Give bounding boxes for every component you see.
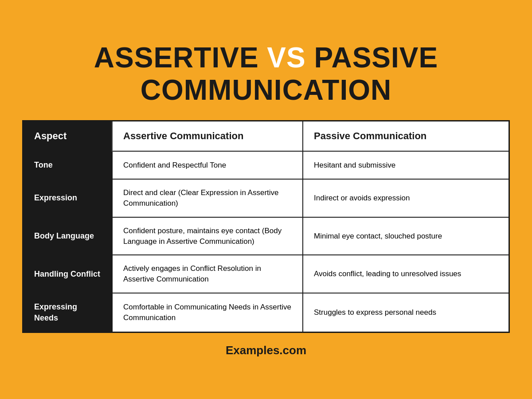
footer: Examples.com xyxy=(226,344,306,357)
table-row: Body LanguageConfident posture, maintain… xyxy=(23,217,509,255)
aspect-cell-3: Handling Conflict xyxy=(23,255,112,293)
passive-cell-0: Hesitant and submissive xyxy=(303,151,509,179)
main-title: ASSERTIVE VS PASSIVE COMMUNICATION xyxy=(94,42,438,107)
passive-cell-2: Minimal eye contact, slouched posture xyxy=(303,217,509,255)
title-vs: VS xyxy=(267,42,305,74)
comparison-table-wrapper: Aspect Assertive Communication Passive C… xyxy=(22,120,510,333)
title-part1: ASSERTIVE xyxy=(94,42,267,74)
table-row: ToneConfident and Respectful ToneHesitan… xyxy=(23,151,509,179)
header-passive: Passive Communication xyxy=(303,121,509,151)
assertive-cell-3: Actively engages in Conflict Resolution … xyxy=(112,255,303,293)
passive-cell-4: Struggles to express personal needs xyxy=(303,293,509,332)
table-row: Handling ConflictActively engages in Con… xyxy=(23,255,509,293)
aspect-cell-2: Body Language xyxy=(23,217,112,255)
header-aspect: Aspect xyxy=(23,121,112,151)
page-wrapper: ASSERTIVE VS PASSIVE COMMUNICATION Aspec… xyxy=(0,0,532,399)
aspect-cell-1: Expression xyxy=(23,179,112,217)
table-header-row: Aspect Assertive Communication Passive C… xyxy=(23,121,509,151)
comparison-table: Aspect Assertive Communication Passive C… xyxy=(23,121,509,332)
title-line2: COMMUNICATION xyxy=(141,74,391,106)
assertive-cell-0: Confident and Respectful Tone xyxy=(112,151,303,179)
aspect-cell-4: Expressing Needs xyxy=(23,293,112,332)
passive-cell-3: Avoids conflict, leading to unresolved i… xyxy=(303,255,509,293)
table-row: ExpressionDirect and clear (Clear Expres… xyxy=(23,179,509,217)
passive-cell-1: Indirect or avoids expression xyxy=(303,179,509,217)
title-container: ASSERTIVE VS PASSIVE COMMUNICATION xyxy=(94,42,438,107)
assertive-cell-2: Confident posture, maintains eye contact… xyxy=(112,217,303,255)
assertive-cell-4: Comfortable in Communicating Needs in As… xyxy=(112,293,303,332)
aspect-cell-0: Tone xyxy=(23,151,112,179)
title-part2: PASSIVE xyxy=(306,42,438,74)
table-row: Expressing NeedsComfortable in Communica… xyxy=(23,293,509,332)
header-assertive: Assertive Communication xyxy=(112,121,303,151)
assertive-cell-1: Direct and clear (Clear Expression in As… xyxy=(112,179,303,217)
table-body: ToneConfident and Respectful ToneHesitan… xyxy=(23,151,509,332)
